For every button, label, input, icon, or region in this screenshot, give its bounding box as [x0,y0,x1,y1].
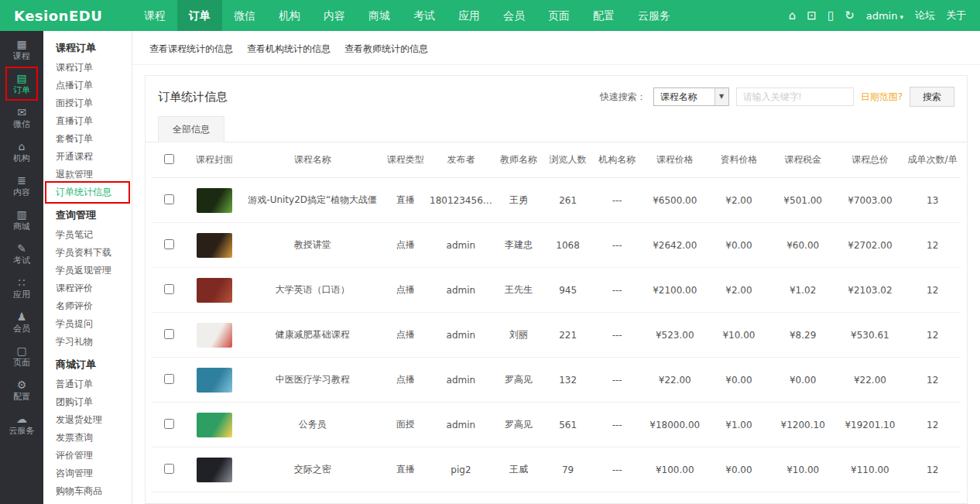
row-checkbox[interactable] [164,194,174,204]
iconbar-item-member[interactable]: ♟会员 [0,305,43,339]
sidebar-item[interactable]: 购物车商品 [43,482,132,500]
sidebar-item[interactable]: 学员提问 [43,315,132,333]
row-checkbox[interactable] [164,374,174,384]
cell-views: 1068 [543,223,592,268]
phone-icon[interactable]: ▯ [828,10,834,22]
sidebar-item[interactable]: 团购订单 [43,393,132,411]
cell-teacher: 王威 [494,447,544,492]
search-field-select[interactable]: 课程名称 ▼ [653,87,729,106]
iconbar-item-mall[interactable]: ▥商城 [0,203,43,237]
course-cover-image [197,278,232,303]
iconbar-item-cloud[interactable]: ☁云服务 [0,407,43,441]
top-nav-cloud[interactable]: 云服务 [626,0,682,31]
sidebar-item[interactable]: 送货地址管理 [43,500,132,504]
sidebar-item[interactable]: 发票查询 [43,429,132,447]
top-nav-exam[interactable]: 考试 [402,0,447,31]
sidebar-item[interactable]: 退款管理 [43,166,132,183]
iconbar-item-course[interactable]: ▦课程 [0,33,43,67]
home-icon[interactable]: ⌂ [789,10,797,22]
iconbar-item-wechat[interactable]: ✉微信 [0,101,43,135]
top-nav-config[interactable]: 配置 [581,0,626,31]
sidebar-item[interactable]: 评价管理 [43,447,132,465]
row-checkbox[interactable] [164,329,174,339]
lines-icon: ≣ [17,174,26,187]
iconbar-item-org[interactable]: ⌂机构 [0,135,43,169]
iconbar-item-app[interactable]: ∷应用 [0,271,43,305]
header-link-about[interactable]: 关于 [946,9,966,22]
sidebar-item[interactable]: 开通课程 [43,148,132,166]
grid-icon: ▦ [16,38,26,50]
user-menu[interactable]: admin▾ [866,10,903,22]
app-logo: KesionEDU [0,8,132,24]
cell-teacher: 刘丽 [494,313,544,358]
top-nav-org[interactable]: 机构 [267,0,312,31]
top-nav-course[interactable]: 课程 [132,0,177,31]
sidebar-item[interactable]: 学习礼物 [43,333,132,351]
cell-total: ¥19201.10 [836,403,905,447]
iconbar-label-page: 页面 [13,358,30,369]
sidebar-item[interactable]: 课程订单 [43,59,132,77]
building-icon: ⌂ [19,140,26,153]
iconbar-item-exam[interactable]: ✎考试 [0,237,43,271]
cell-views: 221 [543,313,592,358]
sidebar-item[interactable]: 学员笔记 [43,226,132,244]
sidebar-item[interactable]: 点播订单 [43,77,132,94]
cell-total: ¥22.00 [836,358,905,403]
select-all-checkbox[interactable] [164,154,174,164]
iconbar-item-page[interactable]: ▢页面 [0,339,43,373]
search-button[interactable]: 搜索 [910,87,954,107]
top-nav: 课程订单微信机构内容商城考试应用会员页面配置云服务 [132,0,682,31]
header-link-forum[interactable]: 论坛 [915,9,935,22]
iconbar-item-content[interactable]: ≣内容 [0,169,43,203]
top-nav-member[interactable]: 会员 [492,0,536,31]
view-tab-course-stats[interactable]: 查看课程统计的信息 [149,43,233,56]
sidebar-item[interactable]: 发退货处理 [43,411,132,429]
iconbar-item-order[interactable]: ▤订单 [0,67,43,101]
view-tab-org-stats[interactable]: 查看机构统计的信息 [247,43,331,56]
iconbar-label-wechat: 微信 [13,119,30,130]
cell-name: 大学英语（口语） [242,268,383,313]
sidebar-item[interactable]: 名师评价 [43,297,132,315]
cell-material_price: ¥2.00 [708,268,770,313]
sidebar-item[interactable]: 课程评价 [43,279,132,297]
cell-price: ¥2642.00 [642,223,708,268]
iconbar-label-app: 应用 [13,290,30,300]
sidebar-item[interactable]: 学员资料下载 [43,244,132,262]
sidebar-item[interactable]: 学员返现管理 [43,262,132,279]
row-checkbox[interactable] [164,464,174,474]
tab-all-info[interactable]: 全部信息 [158,116,224,142]
select-all-header [152,142,186,178]
row-checkbox[interactable] [164,284,174,294]
refresh-icon[interactable]: ↻ [845,10,855,22]
date-range-link[interactable]: 日期范围? [861,91,903,104]
sidebar-item[interactable]: 订单统计信息 [43,183,132,201]
view-tab-teacher-stats[interactable]: 查看教师统计的信息 [344,43,428,56]
cell-total: ¥7003.00 [836,178,905,223]
order-stats-panel: 订单统计信息 快速搜索： 课程名称 ▼ 日期范围? 搜索 全部信息 [145,75,968,504]
top-nav-page[interactable]: 页面 [536,0,581,31]
table-row: 交际之密直播pig2王威79---¥100.00¥0.00¥10.00¥110.… [152,447,961,492]
sidebar-item[interactable]: 咨询管理 [43,465,132,482]
search-input[interactable] [736,87,854,106]
top-nav-app[interactable]: 应用 [447,0,492,31]
top-nav-content[interactable]: 内容 [312,0,357,31]
cell-org: --- [592,403,642,447]
select-caret-icon: ▼ [714,88,728,105]
row-checkbox[interactable] [164,419,174,429]
top-nav-order[interactable]: 订单 [177,0,222,31]
sidebar-item[interactable]: 面授订单 [43,94,132,112]
cell-orders: 12 [904,313,961,358]
sidebar-item[interactable]: 普通订单 [43,375,132,393]
cell-publisher: 18012345678 [428,178,494,223]
monitor-icon[interactable]: ⊡ [807,10,817,22]
page-icon: ▢ [16,345,26,357]
top-nav-mall[interactable]: 商城 [357,0,402,31]
row-checkbox[interactable] [164,239,174,249]
sidebar-item[interactable]: 套餐订单 [43,130,132,148]
sidebar-item[interactable]: 直播订单 [43,112,132,130]
cell-publisher: admin [428,403,494,447]
course-cover-image [197,368,232,393]
top-nav-wechat[interactable]: 微信 [222,0,267,31]
iconbar-item-config[interactable]: ⚙配置 [0,373,43,407]
cell-org: --- [592,358,642,403]
